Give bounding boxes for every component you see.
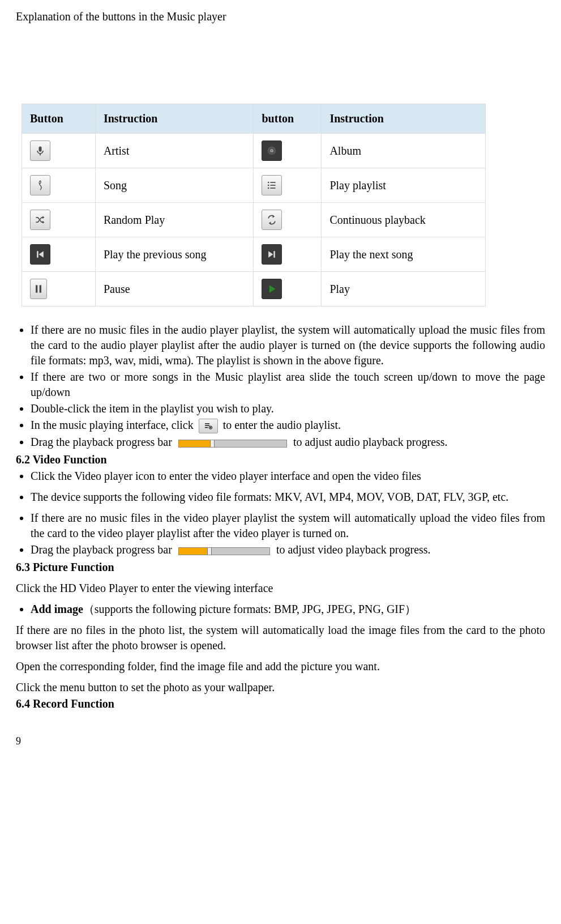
text: Drag the playback progress bar <box>31 543 172 556</box>
text: （supports the following picture formats:… <box>83 603 416 615</box>
list-item: If there are no music files in the video… <box>31 510 545 541</box>
button-table: Button Instruction button Instruction Ar… <box>22 104 486 306</box>
cell-continuous: Continuous playback <box>322 203 486 237</box>
section-6-4: 6.4 Record Function <box>16 696 545 712</box>
treble-clef-icon <box>30 175 50 195</box>
paragraph: Click the menu button to set the photo a… <box>16 680 545 695</box>
add-image-label: Add image <box>31 603 83 615</box>
cell-song: Song <box>95 168 254 203</box>
progress-bar-icon <box>178 547 270 555</box>
text: to adjust video playback progress. <box>276 543 431 556</box>
shuffle-icon <box>30 210 50 230</box>
add-to-playlist-icon <box>199 419 218 433</box>
list-item: The device supports the following video … <box>31 489 545 505</box>
text: In the music playing interface, click <box>31 419 194 431</box>
th-button-right: button <box>254 104 322 134</box>
page-title: Explanation of the buttons in the Music … <box>16 9 545 24</box>
music-bullet-list: If there are no music files in the audio… <box>16 322 545 450</box>
list-item: Double-click the item in the playlist yo… <box>31 401 545 416</box>
microphone-icon <box>30 140 50 161</box>
paragraph: Click the HD Video Player to enter the v… <box>16 581 545 596</box>
cell-play-playlist: Play playlist <box>322 168 486 203</box>
list-item: Drag the playback progress bar to adjust… <box>31 542 545 557</box>
video-bullet-list: Click the Video player icon to enter the… <box>16 469 545 557</box>
table-row: Random Play Continuous playback <box>22 203 486 237</box>
paragraph: Open the corresponding folder, find the … <box>16 659 545 674</box>
section-6-3: 6.3 Picture Function <box>16 560 545 575</box>
table-header-row: Button Instruction button Instruction <box>22 104 486 134</box>
list-item: If there are two or more songs in the Mu… <box>31 369 545 400</box>
cell-prev-song: Play the previous song <box>95 237 254 272</box>
cell-artist: Artist <box>95 134 254 168</box>
play-icon <box>262 279 282 299</box>
cell-album: Album <box>322 134 486 168</box>
list-item: Add image（supports the following picture… <box>31 602 545 617</box>
list-item: In the music playing interface, click to… <box>31 418 545 433</box>
table-row: Pause Play <box>22 272 486 306</box>
table-row: Song Play playlist <box>22 168 486 203</box>
list-item: If there are no music files in the audio… <box>31 322 545 368</box>
cell-random-play: Random Play <box>95 203 254 237</box>
pause-icon <box>30 279 47 299</box>
list-item: Click the Video player icon to enter the… <box>31 469 545 484</box>
text: Drag the playback progress bar <box>31 436 172 448</box>
previous-icon <box>30 244 50 265</box>
list-icon <box>262 175 282 195</box>
cell-pause: Pause <box>95 272 254 306</box>
cell-play: Play <box>322 272 486 306</box>
paragraph: If there are no files in the photo list,… <box>16 623 545 653</box>
list-item: Drag the playback progress bar to adjust… <box>31 435 545 450</box>
picture-bullet-list: Add image（supports the following picture… <box>16 602 545 617</box>
section-6-2: 6.2 Video Function <box>16 452 545 467</box>
th-instruction-left: Instruction <box>95 104 254 134</box>
disc-icon <box>262 140 282 161</box>
page-number: 9 <box>16 734 545 748</box>
cell-next-song: Play the next song <box>322 237 486 272</box>
text: to adjust audio playback progress. <box>293 436 448 448</box>
table-row: Play the previous song Play the next son… <box>22 237 486 272</box>
table-row: Artist Album <box>22 134 486 168</box>
th-instruction-right: Instruction <box>322 104 486 134</box>
text: to enter the audio playlist. <box>223 419 341 431</box>
th-button-left: Button <box>22 104 96 134</box>
progress-bar-icon <box>178 440 287 448</box>
next-icon <box>262 244 282 265</box>
repeat-icon <box>262 210 282 230</box>
